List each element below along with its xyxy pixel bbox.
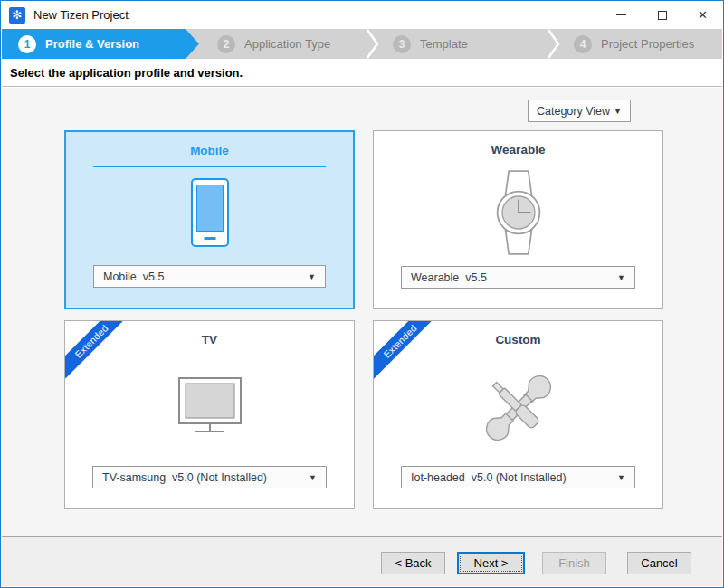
chevron-down-icon: ▼ [614, 107, 622, 116]
custom-version-dropdown[interactable]: Iot-headed v5.0 (Not Installed) ▼ [401, 466, 635, 488]
wizard-button-bar: < Back Next > Finish Cancel [2, 536, 722, 586]
wizard-steps: 1 Profile & Version 2 Application Type 3… [2, 29, 722, 59]
title-divider [401, 166, 635, 166]
tv-version-value: TV-samsung v5.0 (Not Installed) [102, 471, 267, 484]
close-button[interactable]: ✕ [682, 1, 723, 29]
phone-icon [66, 170, 353, 255]
mobile-version-dropdown[interactable]: Mobile v5.5 ▼ [93, 265, 326, 288]
back-button[interactable]: < Back [381, 552, 445, 574]
title-divider [93, 166, 326, 167]
wearable-version-dropdown[interactable]: Wearable v5.5 ▼ [401, 266, 635, 289]
titlebar: ✻ New Tizen Project ✕ [1, 1, 723, 29]
minimize-icon [616, 14, 626, 15]
card-title: Wearable [374, 143, 662, 156]
card-title: TV [65, 333, 354, 346]
profile-selection-area: Category View ▼ Mobile Mobile v5.5 ▼ Wea… [2, 88, 722, 536]
card-title: Mobile [66, 144, 353, 157]
next-button[interactable]: Next > [457, 552, 525, 574]
step-label: Project Properties [601, 37, 694, 51]
watch-icon [374, 169, 662, 256]
step-project-properties: 4 Project Properties [559, 29, 724, 59]
profile-card-wearable[interactable]: Wearable Wearable v5.5 ▼ [373, 130, 663, 309]
window-title: New Tizen Project [33, 8, 129, 22]
finish-button: Finish [542, 552, 606, 574]
step-template: 3 Template [378, 29, 541, 59]
step-number-badge: 3 [393, 35, 411, 53]
chevron-down-icon: ▼ [308, 272, 316, 281]
profile-card-mobile[interactable]: Mobile Mobile v5.5 ▼ [64, 130, 355, 309]
step-profile-version: 1 Profile & Version [2, 29, 199, 59]
step-number-badge: 1 [18, 35, 36, 53]
close-icon: ✕ [698, 9, 708, 21]
window-controls: ✕ [601, 1, 723, 29]
profile-card-custom[interactable]: Extended Custom [373, 320, 663, 509]
minimize-button[interactable] [601, 1, 642, 29]
step-application-type: 2 Application Type [203, 29, 364, 59]
chevron-down-icon: ▼ [617, 273, 625, 282]
tools-icon [374, 359, 662, 456]
step-number-badge: 4 [574, 35, 592, 53]
next-button-label: Next > [474, 556, 509, 570]
custom-version-value: Iot-headed v5.0 (Not Installed) [411, 471, 567, 484]
category-view-dropdown[interactable]: Category View ▼ [528, 100, 631, 122]
step-label: Profile & Version [45, 37, 139, 51]
tv-icon [65, 359, 354, 456]
wearable-version-value: Wearable v5.5 [411, 271, 487, 284]
step-separator-chevron [366, 29, 380, 59]
mobile-version-value: Mobile v5.5 [103, 270, 164, 283]
maximize-icon [658, 11, 667, 20]
maximize-button[interactable] [642, 1, 682, 29]
title-divider [401, 356, 635, 356]
page-subtitle: Select the application profile and versi… [2, 66, 243, 80]
tizen-logo-icon: ✻ [9, 7, 25, 24]
cancel-button[interactable]: Cancel [627, 552, 691, 574]
step-label: Template [420, 37, 468, 51]
profile-card-tv[interactable]: Extended TV TV-samsung v5.0 (Not Install… [64, 320, 355, 509]
chevron-down-icon: ▼ [617, 473, 625, 482]
tv-version-dropdown[interactable]: TV-samsung v5.0 (Not Installed) ▼ [92, 466, 327, 488]
step-number-badge: 2 [217, 35, 235, 53]
category-view-label: Category View [537, 105, 610, 118]
title-divider [92, 356, 327, 356]
step-label: Application Type [244, 37, 330, 51]
step-separator-chevron [547, 29, 561, 59]
card-title: Custom [374, 333, 662, 346]
chevron-down-icon: ▼ [309, 473, 317, 482]
subtitle-bar: Select the application profile and versi… [2, 59, 722, 87]
new-tizen-project-dialog: ✻ New Tizen Project ✕ 1 Profile & Versio… [0, 0, 724, 588]
